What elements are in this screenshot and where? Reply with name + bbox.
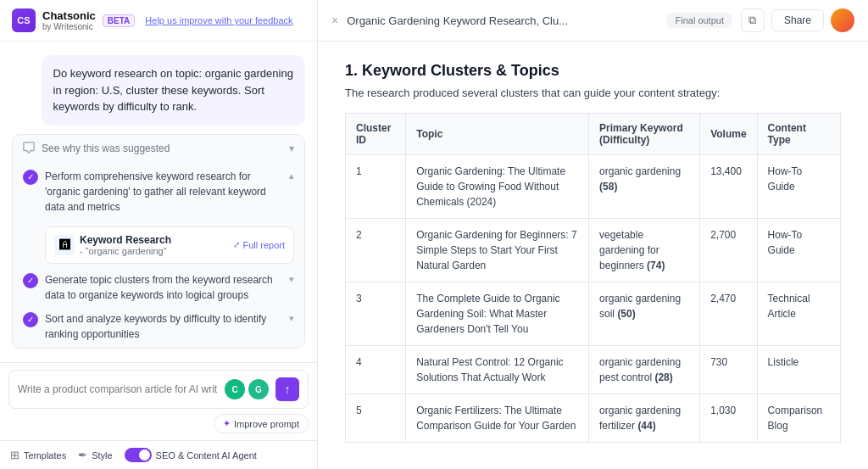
cell-primary-keyword-2: vegetable gardening for beginners (74): [589, 219, 700, 282]
style-item[interactable]: ✒ Style: [78, 449, 112, 461]
copy-button[interactable]: ⧉: [741, 8, 765, 32]
right-content: 1. Keyword Clusters & Topics The researc…: [318, 42, 868, 469]
header-actions: ⧉ Share: [741, 8, 854, 32]
task-text-1: Perform comprehensive keyword research f…: [45, 169, 286, 215]
chevron-down-icon-3[interactable]: ▾: [289, 313, 294, 324]
right-panel: × Organic Gardening Keyword Research, Cl…: [318, 0, 868, 469]
templates-label: Templates: [24, 450, 66, 461]
style-icon: ✒: [78, 449, 87, 461]
task-check-3: ✓: [23, 312, 38, 327]
input-icons: C G: [225, 379, 269, 399]
style-label: Style: [92, 450, 112, 461]
cell-content-type-4: Listicle: [757, 346, 840, 394]
cell-content-type-5: Comparison Blog: [757, 394, 840, 443]
table-header-row: Cluster ID Topic Primary Keyword (Diffic…: [346, 114, 841, 155]
table-row: 5Organic Fertilizers: The Ultimate Compa…: [346, 394, 841, 443]
task-check-2: ✓: [23, 273, 38, 288]
keyword-title: Keyword Research: [80, 234, 171, 246]
grammarly-icon-btn[interactable]: G: [248, 379, 269, 399]
col-header-topic: Topic: [406, 114, 589, 155]
cell-cluster-id-4: 4: [346, 346, 406, 394]
app-name: Chatsonic: [42, 9, 96, 22]
suggestion-header[interactable]: See why this was suggested ▾: [13, 135, 304, 162]
keyword-icon: 🅰: [54, 235, 75, 255]
tab-title: Organic Gardening Keyword Research, Clu.…: [347, 14, 658, 27]
full-report-link[interactable]: ⤢ Full report: [233, 240, 285, 250]
user-message: Do keyword research on topic: organic ga…: [42, 55, 305, 126]
cell-volume-2: 2,700: [700, 219, 757, 282]
task-item-3: ✓ Sort and analyze keywords by difficult…: [23, 311, 294, 342]
templates-icon: ⊞: [10, 449, 19, 461]
seo-toggle[interactable]: [125, 448, 152, 462]
app-subtitle: by Writesonic: [42, 22, 96, 31]
seo-toggle-wrap: SEO & Content AI Agent: [125, 448, 257, 462]
cell-primary-keyword-3: organic gardening soil (50): [589, 282, 700, 346]
send-icon: ↑: [285, 382, 291, 396]
input-area: C G ↑ ✦ Improve prompt: [0, 362, 317, 440]
table-row: 3The Complete Guide to Organic Gardening…: [346, 282, 841, 346]
cell-content-type-3: Technical Article: [757, 282, 840, 346]
table-row: 4Natural Pest Control: 12 Organic Soluti…: [346, 346, 841, 394]
cell-volume-1: 13,400: [700, 155, 757, 219]
suggestion-box: See why this was suggested ▾ ✓ Perform c…: [12, 134, 305, 349]
task-list: ✓ Perform comprehensive keyword research…: [13, 162, 304, 349]
keyword-subtitle: - "organic gardening": [80, 246, 171, 256]
improve-label: Improve prompt: [234, 419, 299, 429]
cell-topic-3: The Complete Guide to Organic Gardening …: [406, 282, 589, 346]
chat-input[interactable]: [18, 383, 218, 395]
share-button[interactable]: Share: [771, 9, 824, 31]
table-row: 1Organic Gardening: The Ultimate Guide t…: [346, 155, 841, 219]
task-item-1: ✓ Perform comprehensive keyword research…: [23, 169, 294, 215]
toggle-thumb: [139, 449, 150, 461]
left-panel: CS Chatsonic by Writesonic BETA Help us …: [0, 0, 318, 469]
cell-topic-2: Organic Gardening for Beginners: 7 Simpl…: [406, 219, 589, 282]
table-row: 2Organic Gardening for Beginners: 7 Simp…: [346, 219, 841, 282]
expand-icon: ⤢: [233, 240, 240, 249]
task-expand-2: Generate topic clusters from the keyword…: [45, 272, 294, 303]
cell-primary-keyword-5: organic gardening fertilizer (44): [589, 394, 700, 443]
chat-area: Do keyword research on topic: organic ga…: [0, 42, 317, 362]
improve-prompt-button[interactable]: ✦ Improve prompt: [214, 414, 309, 433]
cell-volume-5: 1,030: [700, 394, 757, 443]
templates-item[interactable]: ⊞ Templates: [10, 449, 66, 461]
keyword-card: 🅰 Keyword Research - "organic gardening"…: [45, 226, 294, 264]
col-header-cluster-id: Cluster ID: [346, 114, 406, 155]
close-tab-button[interactable]: ×: [331, 14, 338, 27]
chevron-down-icon-2[interactable]: ▾: [289, 274, 294, 285]
input-row: C G ↑: [8, 370, 309, 409]
task-text-2: Generate topic clusters from the keyword…: [45, 272, 286, 303]
cell-volume-4: 730: [700, 346, 757, 394]
final-output-badge: Final output: [666, 13, 732, 28]
keyword-info: Keyword Research - "organic gardening": [80, 234, 171, 256]
section-title: 1. Keyword Clusters & Topics: [345, 62, 841, 80]
section-desc: The research produced several clusters t…: [345, 87, 841, 99]
copy-icon: ⧉: [748, 14, 756, 27]
task-expand-3: Sort and analyze keywords by difficulty …: [45, 311, 294, 342]
cell-cluster-id-3: 3: [346, 282, 406, 346]
suggestion-label: See why this was suggested: [42, 142, 170, 154]
task-item-2: ✓ Generate topic clusters from the keywo…: [23, 272, 294, 303]
chatsonic-icon-btn[interactable]: C: [225, 379, 245, 399]
cell-cluster-id-5: 5: [346, 394, 406, 443]
app-logo: CS: [12, 8, 36, 32]
keyword-card-left: 🅰 Keyword Research - "organic gardening": [54, 234, 171, 256]
cell-cluster-id-1: 1: [346, 155, 406, 219]
col-header-primary-keyword: Primary Keyword (Difficulty): [589, 114, 700, 155]
col-header-volume: Volume: [700, 114, 757, 155]
improve-icon: ✦: [223, 418, 231, 429]
task-text-3: Sort and analyze keywords by difficulty …: [45, 311, 286, 342]
beta-badge: BETA: [103, 14, 135, 27]
cell-content-type-1: How-To Guide: [757, 155, 840, 219]
chat-bubble-icon: [23, 142, 36, 155]
col-header-content-type: Content Type: [757, 114, 840, 155]
keyword-table: Cluster ID Topic Primary Keyword (Diffic…: [345, 113, 841, 443]
right-header: × Organic Gardening Keyword Research, Cl…: [318, 0, 868, 42]
seo-toggle-label: SEO & Content AI Agent: [156, 450, 257, 461]
chevron-up-icon-1[interactable]: ▴: [289, 170, 294, 181]
send-button[interactable]: ↑: [275, 377, 299, 401]
cell-primary-keyword-4: organic gardening pest control (28): [589, 346, 700, 394]
feedback-link[interactable]: Help us improve with your feedback: [145, 15, 292, 25]
cell-topic-1: Organic Gardening: The Ultimate Guide to…: [406, 155, 589, 219]
app-header: CS Chatsonic by Writesonic BETA Help us …: [0, 0, 317, 42]
cell-topic-4: Natural Pest Control: 12 Organic Solutio…: [406, 346, 589, 394]
